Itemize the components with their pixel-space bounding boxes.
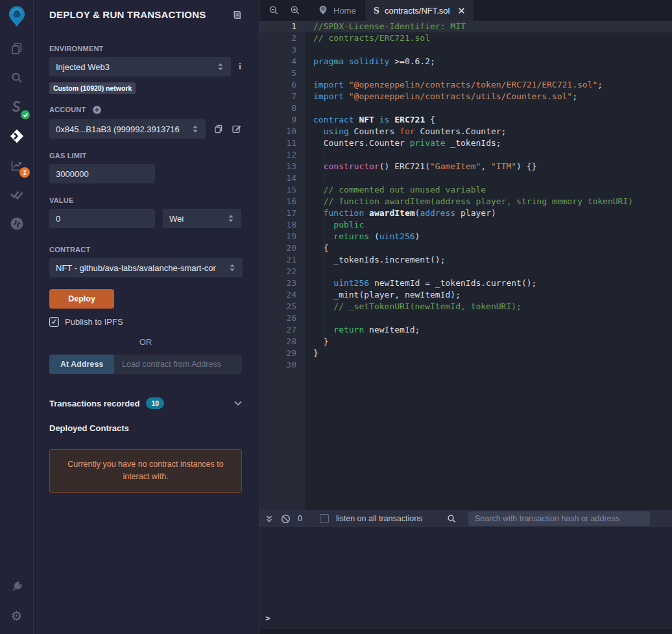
deployed-contracts-label: Deployed Contracts bbox=[49, 423, 129, 433]
code-line-7[interactable]: 7import "@openzeppelin/contracts/utils/C… bbox=[259, 91, 672, 102]
listen-count: 0 bbox=[298, 514, 302, 523]
code-line-10[interactable]: 10 using Counters for Counters.Counter; bbox=[259, 126, 672, 137]
main-area: Home S contracts/NFT.sol 1//SPDX-License… bbox=[259, 0, 672, 634]
terminal-output[interactable]: > bbox=[259, 527, 672, 629]
remix-logo-icon[interactable] bbox=[0, 0, 33, 34]
code-line-27[interactable]: 27 return newItemId; bbox=[259, 324, 672, 336]
code-line-20[interactable]: 20 { bbox=[259, 242, 672, 254]
gas-limit-label: GAS LIMIT bbox=[49, 152, 242, 159]
settings-icon[interactable]: ⚙ bbox=[0, 601, 33, 630]
listen-label: listen on all transactions bbox=[336, 514, 422, 523]
chevron-down-icon[interactable] bbox=[234, 401, 242, 406]
code-line-11[interactable]: 11 Counters.Counter private _tokenIds; bbox=[259, 137, 672, 149]
code-line-22[interactable]: 22 bbox=[259, 266, 672, 277]
no-instances-message: Currently you have no contract instances… bbox=[49, 449, 242, 493]
code-line-13[interactable]: 13 constructor() ERC721("GameItem", "ITM… bbox=[259, 161, 672, 172]
code-line-25[interactable]: 25 // _setTokenURI(newItemId, tokenURI); bbox=[259, 301, 672, 312]
code-line-12[interactable]: 12 bbox=[259, 149, 672, 161]
code-line-19[interactable]: 19 returns (uint256) bbox=[259, 231, 672, 242]
tab-home[interactable]: Home bbox=[309, 0, 365, 21]
contract-label: CONTRACT bbox=[49, 246, 242, 253]
solidity-file-icon: S bbox=[374, 6, 379, 16]
account-label: ACCOUNT bbox=[49, 105, 242, 115]
deploy-run-icon[interactable] bbox=[0, 121, 33, 150]
sourcify-icon[interactable] bbox=[0, 209, 33, 238]
collapse-icon[interactable] bbox=[265, 514, 274, 524]
code-line-17[interactable]: 17 function awardItem(address player) bbox=[259, 207, 672, 219]
updown-icon bbox=[227, 214, 235, 223]
transactions-count-badge: 10 bbox=[146, 397, 164, 409]
search-icon[interactable] bbox=[0, 63, 33, 92]
zoom-out-icon[interactable] bbox=[269, 5, 279, 16]
terminal-search-icon bbox=[447, 514, 456, 523]
info-icon[interactable]: i bbox=[239, 62, 241, 72]
tab-contracts-nft-sol[interactable]: S contracts/NFT.sol bbox=[365, 0, 474, 21]
deploy-run-panel: DEPLOY & RUN TRANSACTIONS ENVIRONMENT In… bbox=[34, 0, 259, 634]
code-line-8[interactable]: 8 bbox=[259, 102, 672, 114]
terminal-toolbar: 0 listen on all transactions bbox=[259, 510, 672, 527]
updown-icon bbox=[217, 62, 224, 71]
at-address-input[interactable] bbox=[114, 355, 242, 374]
code-line-16[interactable]: 16 // function awardItem(address player,… bbox=[259, 196, 672, 207]
code-line-5[interactable]: 5 bbox=[259, 67, 672, 79]
remix-ide: 1 ⚙ bbox=[0, 0, 672, 634]
code-line-29[interactable]: 29} bbox=[259, 347, 672, 359]
analytics-count-badge: 1 bbox=[19, 167, 30, 178]
code-line-28[interactable]: 28 } bbox=[259, 336, 672, 347]
value-label: VALUE bbox=[49, 196, 242, 204]
book-icon[interactable] bbox=[232, 10, 242, 20]
code-line-18[interactable]: 18 public bbox=[259, 219, 672, 231]
plus-icon[interactable] bbox=[92, 105, 102, 115]
tab-bar: Home S contracts/NFT.sol bbox=[259, 0, 672, 21]
code-line-3[interactable]: 3 bbox=[259, 44, 672, 56]
listen-checkbox[interactable] bbox=[320, 514, 329, 523]
terminal-prompt: > bbox=[265, 613, 270, 623]
zoom-in-icon[interactable] bbox=[290, 5, 300, 16]
close-icon[interactable] bbox=[458, 7, 465, 14]
code-line-15[interactable]: 15 // commented out unused variable bbox=[259, 184, 672, 196]
environment-select[interactable]: Injected Web3 bbox=[49, 57, 231, 76]
unit-testing-icon[interactable] bbox=[0, 180, 33, 209]
remix-home-icon bbox=[318, 5, 328, 16]
solidity-compiler-icon[interactable] bbox=[0, 92, 33, 121]
terminal: 0 listen on all transactions > bbox=[259, 510, 672, 634]
icon-sidebar: 1 ⚙ bbox=[0, 0, 34, 634]
updown-icon bbox=[228, 263, 236, 272]
updown-icon bbox=[191, 124, 199, 134]
copy-icon[interactable] bbox=[213, 124, 224, 134]
panel-title: DEPLOY & RUN TRANSACTIONS bbox=[49, 9, 206, 20]
edit-icon[interactable] bbox=[232, 124, 242, 134]
code-line-24[interactable]: 24 _mint(player, newItemId); bbox=[259, 289, 672, 301]
code-line-26[interactable]: 26 bbox=[259, 312, 672, 324]
code-line-6[interactable]: 6import "@openzeppelin/contracts/token/E… bbox=[259, 79, 672, 91]
publish-ipfs-label: Publish to IPFS bbox=[65, 317, 123, 327]
code-line-23[interactable]: 23 uint256 newItemId = _tokenIds.current… bbox=[259, 277, 672, 289]
code-line-21[interactable]: 21 _tokenIds.increment(); bbox=[259, 254, 672, 266]
code-editor[interactable]: 1//SPDX-License-Identifier: MIT2// contr… bbox=[259, 21, 672, 510]
publish-ipfs-checkbox[interactable] bbox=[49, 317, 59, 327]
deploy-button[interactable]: Deploy bbox=[49, 289, 114, 309]
terminal-bottom-strip bbox=[259, 629, 672, 634]
analytics-icon[interactable]: 1 bbox=[0, 150, 33, 180]
contract-select[interactable]: NFT - github/ava-labs/avalanche-smart-co… bbox=[49, 258, 243, 277]
at-address-button[interactable]: At Address bbox=[49, 355, 114, 374]
code-line-4[interactable]: 4pragma solidity >=0.6.2; bbox=[259, 56, 672, 67]
ban-icon[interactable] bbox=[281, 514, 291, 524]
network-badge: Custom (10920) network bbox=[49, 82, 136, 94]
code-line-9[interactable]: 9contract NFT is ERC721 { bbox=[259, 114, 672, 126]
value-input[interactable] bbox=[49, 209, 155, 228]
sidebar-bottom: ⚙ bbox=[0, 572, 33, 634]
plugin-manager-icon[interactable] bbox=[0, 572, 33, 601]
environment-label: ENVIRONMENT bbox=[49, 45, 242, 53]
value-unit-select[interactable]: Wei bbox=[163, 209, 241, 228]
code-line-2[interactable]: 2// contracts/ERC721.sol bbox=[259, 32, 672, 44]
code-line-1[interactable]: 1//SPDX-License-Identifier: MIT bbox=[259, 21, 672, 32]
account-select[interactable]: 0x845...B1aB3 (999992.3913716 bbox=[49, 119, 206, 139]
code-line-14[interactable]: 14 bbox=[259, 172, 672, 184]
terminal-search-input[interactable] bbox=[468, 511, 650, 526]
compiled-check-badge bbox=[21, 110, 30, 119]
file-explorer-icon[interactable] bbox=[0, 34, 33, 63]
code-line-30[interactable]: 30 bbox=[259, 359, 672, 371]
gas-limit-input[interactable] bbox=[49, 164, 155, 183]
or-separator: OR bbox=[49, 337, 242, 347]
